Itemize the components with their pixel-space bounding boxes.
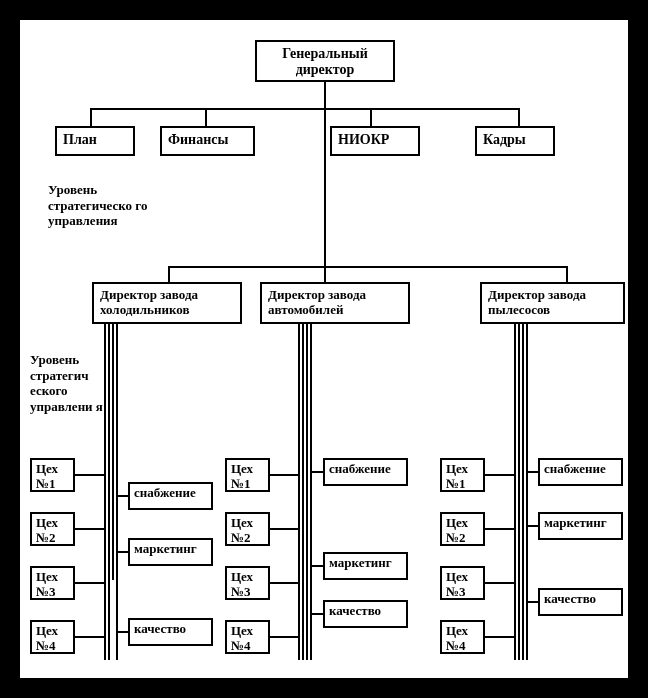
connector <box>270 528 298 530</box>
connector <box>270 474 298 476</box>
node-dept-plan: План <box>55 126 135 156</box>
node-dept-rnd: НИОКР <box>330 126 420 156</box>
diagram-inner: Генеральный директор План Финансы НИОКР … <box>18 18 630 680</box>
connector <box>324 82 326 110</box>
connector <box>526 324 528 660</box>
connector <box>566 266 568 282</box>
connector <box>324 108 326 266</box>
connector <box>306 324 308 660</box>
connector <box>310 613 323 615</box>
node-workshop: Цех №2 <box>225 512 270 546</box>
node-func: снабжение <box>538 458 623 486</box>
node-workshop: Цех №3 <box>440 566 485 600</box>
dept-label: План <box>63 132 97 148</box>
dept-label: Кадры <box>483 132 526 148</box>
connector <box>298 324 300 660</box>
label-strategic-1: Уровень стратегическо го управления <box>48 182 168 229</box>
connector <box>90 108 92 126</box>
director-label: Директор завода пылесосов <box>488 288 617 318</box>
connector <box>526 471 538 473</box>
connector <box>75 474 104 476</box>
connector <box>205 108 207 126</box>
connector <box>116 551 128 553</box>
connector <box>518 108 520 126</box>
connector <box>302 324 304 660</box>
node-func: качество <box>128 618 213 646</box>
dept-label: НИОКР <box>338 132 389 148</box>
director-label: Директор завода холодильников <box>100 288 234 318</box>
connector <box>90 108 520 110</box>
connector <box>370 108 372 126</box>
connector <box>324 266 326 282</box>
node-workshop: Цех №4 <box>30 620 75 654</box>
node-workshop: Цех №1 <box>30 458 75 492</box>
node-workshop: Цех №3 <box>225 566 270 600</box>
connector <box>485 528 514 530</box>
connector <box>526 601 538 603</box>
node-workshop: Цех №1 <box>440 458 485 492</box>
label-strategic-2: Уровень стратегич еского управлени я <box>30 352 110 414</box>
connector <box>168 266 170 282</box>
connector <box>485 582 514 584</box>
node-func: маркетинг <box>323 552 408 580</box>
diagram-canvas: Генеральный директор План Финансы НИОКР … <box>0 0 648 698</box>
connector <box>518 324 520 660</box>
connector <box>116 631 128 633</box>
node-dept-hr: Кадры <box>475 126 555 156</box>
node-func: снабжение <box>323 458 408 486</box>
connector <box>112 324 114 580</box>
node-workshop: Цех №4 <box>440 620 485 654</box>
node-func: маркетинг <box>538 512 623 540</box>
node-workshop: Цех №4 <box>225 620 270 654</box>
node-workshop: Цех №2 <box>440 512 485 546</box>
node-dept-finance: Финансы <box>160 126 255 156</box>
connector <box>514 324 516 660</box>
connector <box>104 324 106 660</box>
connector <box>116 495 128 497</box>
connector <box>75 582 104 584</box>
node-workshop: Цех №2 <box>30 512 75 546</box>
connector <box>522 324 524 660</box>
node-workshop: Цех №1 <box>225 458 270 492</box>
node-func: качество <box>323 600 408 628</box>
node-director-1: Директор завода холодильников <box>92 282 242 324</box>
connector <box>485 474 514 476</box>
connector <box>75 528 104 530</box>
connector <box>116 324 118 660</box>
node-ceo: Генеральный директор <box>255 40 395 82</box>
node-workshop: Цех №3 <box>30 566 75 600</box>
director-label: Директор завода автомобилей <box>268 288 402 318</box>
connector <box>310 471 323 473</box>
connector <box>270 582 298 584</box>
node-ceo-label: Генеральный директор <box>263 46 387 78</box>
connector <box>310 565 323 567</box>
connector <box>168 266 568 268</box>
connector <box>270 636 298 638</box>
connector <box>526 525 538 527</box>
connector <box>310 324 312 660</box>
node-director-2: Директор завода автомобилей <box>260 282 410 324</box>
connector <box>485 636 514 638</box>
dept-label: Финансы <box>168 132 228 148</box>
connector <box>75 636 104 638</box>
node-director-3: Директор завода пылесосов <box>480 282 625 324</box>
node-func: качество <box>538 588 623 616</box>
connector <box>108 324 110 660</box>
node-func: снабжение <box>128 482 213 510</box>
node-func: маркетинг <box>128 538 213 566</box>
